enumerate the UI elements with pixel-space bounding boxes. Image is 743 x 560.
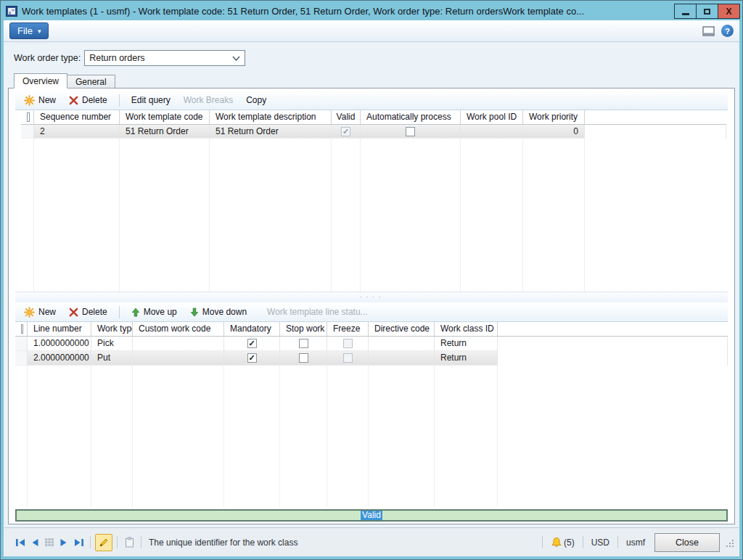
chevron-down-icon [232, 56, 240, 61]
mandatory-checkbox[interactable] [247, 353, 257, 363]
previous-record-button[interactable] [28, 535, 42, 551]
col-automatically-process[interactable]: Automatically process [361, 110, 461, 125]
next-record-button[interactable] [57, 535, 71, 551]
freeze-checkbox[interactable] [343, 353, 353, 363]
cell-custom-work-code[interactable] [133, 337, 224, 351]
copy-button[interactable]: Copy [240, 93, 272, 107]
cell-work-template-description[interactable]: 51 Return Order [210, 125, 332, 139]
work-template-line-status-button[interactable]: Work template line statu... [261, 305, 374, 319]
col-filler [498, 322, 728, 337]
select-all-checkbox[interactable] [27, 112, 30, 122]
grid-splitter[interactable]: ▪ ▪ ▪ ▪ [15, 292, 728, 302]
file-menu-button[interactable]: File ▾ [9, 22, 49, 39]
row-mark-cell[interactable] [21, 125, 34, 139]
cell-mandatory [224, 351, 280, 366]
automatically-process-checkbox[interactable] [406, 127, 415, 136]
line-row-mark[interactable] [15, 337, 28, 351]
cell-mandatory [224, 337, 280, 351]
cell-work-class-id[interactable]: Return [435, 337, 498, 351]
cell-automatically-process [361, 125, 461, 139]
col-work-type[interactable]: Work type [91, 322, 133, 337]
notifications-button[interactable]: (5) [549, 537, 577, 548]
cell-directive-code[interactable] [369, 337, 435, 351]
statusbar-separator [617, 536, 618, 548]
col-work-template-description[interactable]: Work template description [210, 110, 332, 125]
move-up-label: Move up [144, 307, 177, 317]
col-freeze[interactable]: Freeze [327, 322, 369, 337]
cell-work-priority[interactable]: 0 [523, 125, 585, 139]
new-line-button[interactable]: New [18, 305, 62, 320]
cell-sequence-number[interactable]: 2 [34, 125, 120, 139]
cell-valid [332, 125, 361, 139]
minimize-icon [682, 13, 689, 15]
cell-work-template-code[interactable]: 51 Return Order [120, 125, 210, 139]
select-all-lines-checkbox[interactable] [21, 324, 23, 334]
cell-work-pool-id[interactable] [461, 125, 523, 139]
maximize-button[interactable] [696, 4, 718, 19]
grid-view-button[interactable] [42, 535, 57, 551]
cell-work-type[interactable]: Pick [91, 337, 133, 351]
cell-line-number[interactable]: 1.0000000000 [28, 337, 91, 351]
valid-checkbox[interactable] [341, 127, 350, 136]
cell-work-class-id[interactable]: Return [435, 351, 498, 366]
freeze-checkbox[interactable] [343, 339, 353, 348]
edit-record-button[interactable] [95, 534, 112, 551]
company-indicator[interactable]: usmf [624, 538, 647, 548]
edit-query-button[interactable]: Edit query [126, 93, 176, 107]
resize-grip[interactable] [726, 539, 734, 550]
stop-work-checkbox[interactable] [299, 353, 308, 363]
col-custom-work-code[interactable]: Custom work code [133, 322, 224, 337]
close-window-button[interactable]: X [718, 4, 740, 19]
chevron-down-icon: ▾ [38, 28, 41, 35]
move-up-icon [131, 308, 140, 317]
work-templates-window: Work templates (1 - usmf) - Work templat… [0, 0, 743, 560]
work-breaks-button[interactable]: Work Breaks [178, 93, 239, 107]
cell-custom-work-code[interactable] [133, 351, 224, 366]
line-row-mark[interactable] [15, 351, 28, 366]
work-template-lines-grid: Line number Work type Custom work code M… [15, 322, 728, 507]
tab-overview[interactable]: Overview [14, 73, 67, 88]
currency-indicator[interactable]: USD [589, 538, 612, 548]
work-order-type-value: Return orders [89, 53, 232, 63]
window-layout-icon[interactable] [702, 26, 715, 36]
new-icon [24, 307, 35, 318]
delete-template-button[interactable]: Delete [63, 93, 113, 107]
col-sequence-number[interactable]: Sequence number [34, 110, 120, 125]
cell-work-type[interactable]: Put [91, 351, 133, 366]
close-button[interactable]: Close [654, 533, 720, 552]
col-valid[interactable]: Valid [332, 110, 361, 125]
clipboard-icon[interactable] [122, 535, 136, 551]
col-work-pool-id[interactable]: Work pool ID [461, 110, 523, 125]
tab-general[interactable]: General [67, 75, 115, 88]
col-line-number[interactable]: Line number [28, 322, 91, 337]
status-message: The unique identifier for the work class [149, 538, 538, 548]
first-record-button[interactable] [13, 535, 28, 551]
select-all-checkbox-cell [21, 110, 34, 125]
help-icon[interactable]: ? [721, 25, 734, 37]
menubar: File ▾ ? [4, 20, 739, 42]
move-down-button[interactable]: Move down [184, 305, 253, 319]
new-template-button[interactable]: New [18, 93, 62, 108]
cell-directive-code[interactable] [369, 351, 435, 366]
col-mandatory[interactable]: Mandatory [224, 322, 280, 337]
delete-line-button[interactable]: Delete [63, 305, 113, 319]
stop-work-checkbox[interactable] [299, 339, 308, 348]
col-work-class-id[interactable]: Work class ID [435, 322, 498, 337]
col-directive-code[interactable]: Directive code [369, 322, 435, 337]
work-order-type-select[interactable]: Return orders [84, 50, 245, 66]
work-class-description-field[interactable]: Valid [15, 509, 728, 522]
move-up-button[interactable]: Move up [126, 305, 183, 319]
col-work-template-code[interactable]: Work template code [120, 110, 210, 125]
bell-icon [551, 537, 562, 548]
work-order-type-row: Work order type: Return orders [14, 49, 739, 67]
minimize-button[interactable] [674, 4, 697, 19]
mandatory-checkbox[interactable] [247, 339, 257, 348]
last-record-button[interactable] [71, 535, 86, 551]
toolbar-separator [119, 306, 120, 318]
col-stop-work[interactable]: Stop work [280, 322, 327, 337]
cell-line-number[interactable]: 2.0000000000 [28, 351, 91, 366]
work-order-type-label: Work order type: [14, 53, 81, 63]
cell-stop-work [280, 351, 327, 366]
templates-toolbar: New Delete Edit query Work Breaks Copy [15, 91, 728, 110]
col-work-priority[interactable]: Work priority [523, 110, 585, 125]
